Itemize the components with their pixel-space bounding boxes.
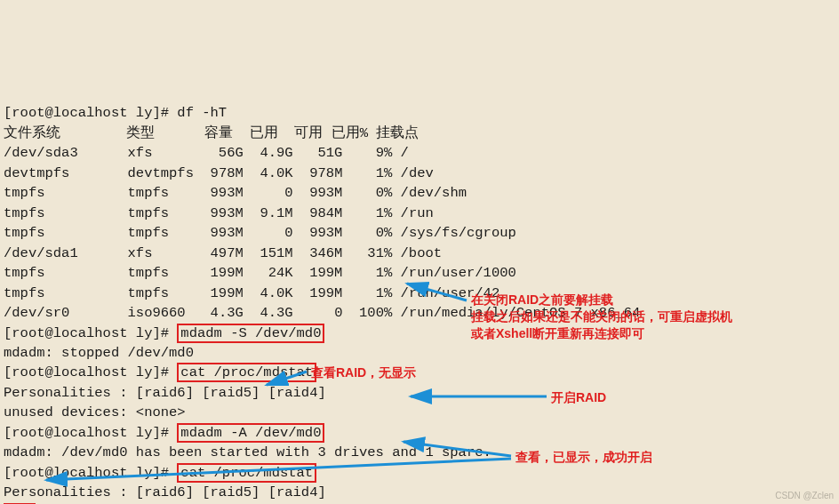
df-row: /dev/sda3 xfs 56G 4.9G 51G 9% / xyxy=(4,145,409,161)
out-personalities: Personalities : [raid6] [raid5] [raid4] xyxy=(4,385,326,401)
out-started: mdadm: /dev/md0 has been started with 3 … xyxy=(4,444,491,460)
df-row: tmpfs tmpfs 199M 24K 199M 1% /run/user/1… xyxy=(4,265,516,281)
cmd-cat-mdstat-2: cat /proc/mdstat xyxy=(177,463,316,483)
cmd-mdadm-stop: mdadm -S /dev/md0 xyxy=(177,324,324,343)
df-row: /dev/sda1 xfs 497M 151M 346M 31% /boot xyxy=(4,245,442,261)
anno-check-success: 查看，已显示，成功开启 xyxy=(515,449,652,466)
prompt: [root@localhost ly]# xyxy=(4,465,177,481)
cmd-mdadm-start: mdadm -A /dev/md0 xyxy=(177,423,324,443)
prompt: [root@localhost ly]# xyxy=(4,105,177,121)
anno-check-raid-none: 查看RAID，无显示 xyxy=(311,364,416,381)
watermark: CSDN @Zclen xyxy=(775,490,834,503)
out-personalities: Personalities : [raid6] [raid5] [raid4] xyxy=(4,484,326,500)
cmd-cat-mdstat-1: cat /proc/mdstat xyxy=(177,363,316,382)
prompt: [root@localhost ly]# xyxy=(4,325,177,341)
anno-close-before-unmount: 在关闭RAID之前要解挂载 挂载之后如果还是不能关闭的话，可重启虚拟机 或者Xs… xyxy=(471,292,827,342)
cmd-df: df -hT xyxy=(177,105,227,121)
out-unused-devices: unused devices: <none> xyxy=(4,404,186,420)
df-row: tmpfs tmpfs 993M 9.1M 984M 1% /run xyxy=(4,205,434,221)
df-header: 文件系统 类型 容量 已用 可用 已用% 挂载点 xyxy=(4,125,419,141)
prompt: [root@localhost ly]# xyxy=(4,425,177,441)
prompt: [root@localhost ly]# xyxy=(4,364,177,380)
df-row: tmpfs tmpfs 199M 4.0K 199M 1% /run/user/… xyxy=(4,285,499,301)
df-row: devtmpfs devtmpfs 978M 4.0K 978M 1% /dev xyxy=(4,165,434,181)
df-row: tmpfs tmpfs 993M 0 993M 0% /dev/shm xyxy=(4,185,467,201)
anno-start-raid: 开启RAID xyxy=(551,389,606,406)
df-row: tmpfs tmpfs 993M 0 993M 0% /sys/fs/cgrou… xyxy=(4,225,516,241)
out-mdadm-stop: mdadm: stopped /dev/md0 xyxy=(4,345,194,361)
